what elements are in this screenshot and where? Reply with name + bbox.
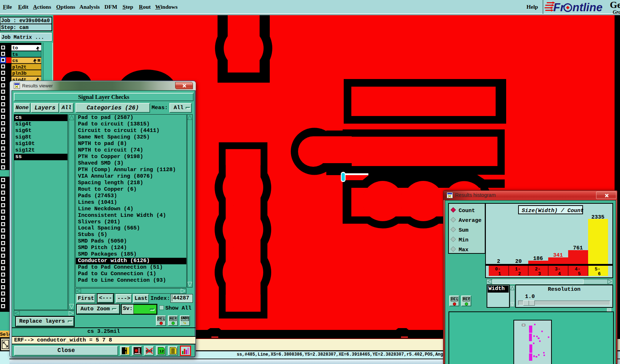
svg-text:Job : ev39s004a0: Job : ev39s004a0	[1, 18, 50, 24]
svg-text:1: 1	[498, 271, 501, 277]
svg-text:341: 341	[553, 252, 563, 258]
svg-text:Job Matrix ...: Job Matrix ...	[1, 34, 44, 40]
svg-text:Gen: Gen	[610, 0, 620, 10]
svg-text:Average: Average	[459, 218, 481, 224]
svg-text:12: 12	[159, 349, 164, 353]
svg-text:Fr: Fr	[553, 1, 565, 14]
svg-text:6: 6	[598, 271, 601, 277]
svg-text:to: to	[12, 45, 18, 51]
svg-text:Count: Count	[459, 208, 475, 214]
svg-text:2335: 2335	[591, 214, 604, 220]
svg-text:3: 3	[538, 271, 541, 277]
svg-text:cs: cs	[12, 58, 18, 63]
svg-text:186: 186	[533, 256, 543, 262]
svg-text:pln3b: pln3b	[12, 71, 26, 76]
svg-text:Max: Max	[459, 247, 468, 253]
svg-text:Size(Width) / Count: Size(Width) / Count	[522, 208, 584, 214]
svg-text:761: 761	[573, 245, 583, 251]
svg-text:20: 20	[515, 258, 522, 265]
svg-text:5: 5	[578, 271, 581, 277]
svg-text:pln2t: pln2t	[12, 65, 26, 70]
svg-text:ntline: ntline	[573, 1, 603, 14]
svg-text:Sum: Sum	[459, 227, 468, 233]
svg-text:2: 2	[518, 271, 521, 277]
svg-text:Min: Min	[459, 237, 468, 243]
svg-text:Gra: Gra	[613, 9, 620, 15]
svg-text:4: 4	[558, 271, 561, 277]
svg-text:2: 2	[497, 258, 500, 265]
svg-text:Step: cam: Step: cam	[1, 25, 29, 30]
svg-text:ts: ts	[12, 52, 18, 57]
